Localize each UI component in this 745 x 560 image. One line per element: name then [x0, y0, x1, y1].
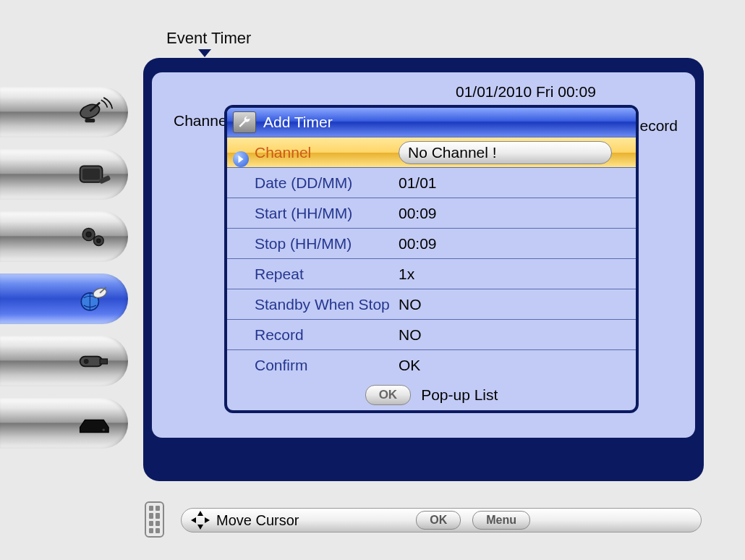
- gear-icon: [74, 221, 114, 253]
- dialog-help-row: OK Pop-up List: [227, 380, 636, 410]
- svg-point-16: [103, 428, 105, 430]
- field-value: OK: [399, 357, 420, 373]
- field-row-stop[interactable]: Stop (HH/MM) 00:09: [227, 228, 636, 258]
- sidebar-item-installation[interactable]: [0, 87, 128, 137]
- wrench-icon: [233, 111, 256, 133]
- help-bar: Move Cursor OK Menu: [181, 508, 702, 533]
- dialog-title: Add Timer: [263, 114, 333, 131]
- dpad-icon: [192, 512, 209, 529]
- title-pointer-icon: [198, 49, 211, 57]
- field-value: 00:09: [399, 235, 437, 252]
- field-row-start[interactable]: Start (HH/MM) 00:09: [227, 198, 636, 228]
- field-value: 00:09: [399, 205, 437, 221]
- remote-icon: [145, 501, 164, 538]
- field-label: Date (DD/MM): [255, 174, 352, 191]
- sidebar-item-channel[interactable]: [0, 149, 128, 200]
- main-window: 01/01/2010 Fri 00:09 Channe Record Add T…: [143, 58, 704, 481]
- field-label: Channel: [255, 144, 311, 161]
- dialog-header: Add Timer: [227, 108, 636, 137]
- field-row-standby[interactable]: Standby When Stop NO: [227, 289, 636, 319]
- stb-icon: [74, 407, 114, 440]
- dialog-help-label: Pop-up List: [421, 386, 498, 404]
- svg-rect-14: [100, 359, 107, 364]
- dish-icon: [74, 96, 114, 129]
- menu-button-hint: Menu: [472, 511, 530, 530]
- field-value: 01/01: [399, 174, 437, 191]
- globe-dish-icon: [74, 283, 114, 315]
- add-timer-dialog: Add Timer Channel No Channel ! Date (DD/…: [224, 105, 639, 413]
- svg-point-9: [97, 239, 101, 242]
- move-cursor-label: Move Cursor: [216, 512, 299, 529]
- sidebar: [0, 87, 128, 460]
- sidebar-item-media[interactable]: [0, 398, 128, 449]
- field-row-confirm[interactable]: Confirm OK: [227, 349, 636, 380]
- sidebar-item-settings[interactable]: [0, 211, 128, 262]
- arrow-right-icon: [233, 151, 249, 167]
- field-value: NO: [399, 326, 422, 343]
- ok-button-hint: OK: [416, 511, 461, 530]
- field-row-date[interactable]: Date (DD/MM) 01/01: [227, 167, 636, 198]
- field-label: Start (HH/MM): [255, 205, 352, 221]
- field-row-repeat[interactable]: Repeat 1x: [227, 258, 636, 289]
- field-value: 1x: [399, 266, 414, 282]
- field-label: Record: [255, 326, 304, 343]
- field-value: No Channel !: [408, 144, 497, 161]
- page-title: Event Timer: [166, 29, 251, 48]
- sidebar-item-usb[interactable]: [0, 336, 128, 386]
- field-label: Confirm: [255, 357, 308, 373]
- usb-icon: [74, 345, 114, 378]
- field-row-channel[interactable]: Channel No Channel !: [227, 137, 636, 167]
- sidebar-item-timer[interactable]: [0, 273, 128, 324]
- field-row-record[interactable]: Record NO: [227, 319, 636, 349]
- svg-rect-4: [82, 168, 100, 179]
- svg-point-15: [84, 359, 89, 364]
- background-channel-label: Channe: [174, 112, 227, 130]
- field-label: Stop (HH/MM): [255, 235, 352, 252]
- svg-rect-13: [80, 356, 103, 366]
- tv-icon: [74, 158, 114, 191]
- field-label: Standby When Stop: [255, 296, 390, 313]
- field-label: Repeat: [255, 266, 304, 282]
- ok-hint-button: OK: [365, 385, 412, 405]
- svg-point-7: [86, 232, 91, 237]
- svg-rect-2: [85, 119, 95, 122]
- main-panel: 01/01/2010 Fri 00:09 Channe Record Add T…: [152, 72, 695, 438]
- field-value: NO: [399, 296, 422, 313]
- channel-value-pill[interactable]: No Channel !: [399, 141, 612, 164]
- datetime-label: 01/01/2010 Fri 00:09: [456, 83, 596, 101]
